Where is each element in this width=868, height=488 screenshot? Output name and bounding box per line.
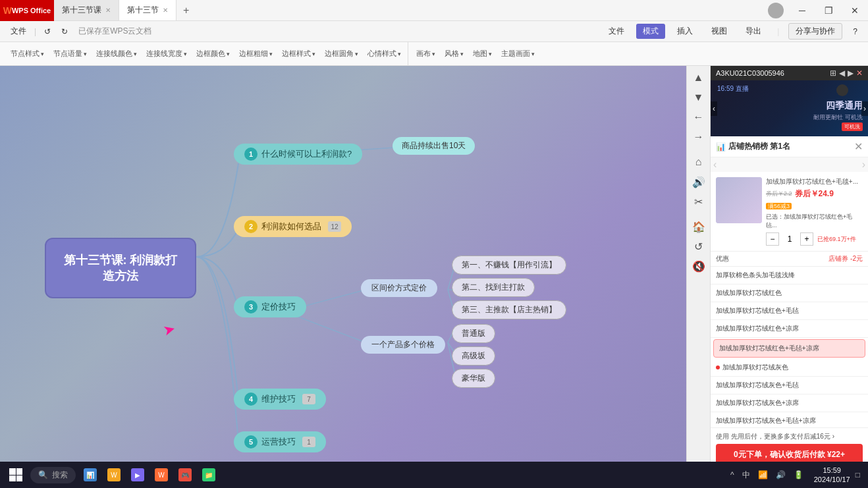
central-node[interactable]: 第十三节课: 利润款打造方法 — [45, 238, 196, 298]
node-3-sub1-child3[interactable]: 第三、主推款【店主热销】 — [452, 300, 566, 319]
toolbar-border-radius[interactable]: 边框圆角 — [321, 47, 362, 60]
tray-battery[interactable]: 🔋 — [791, 470, 806, 479]
toolbar-mood-style[interactable]: 心情样式 — [364, 47, 405, 60]
user-avatar[interactable] — [768, 3, 784, 18]
shop-nav-right[interactable]: › — [862, 159, 865, 171]
toolbar-map[interactable]: 地图 — [469, 47, 496, 60]
node-3-sub1[interactable]: 区间价方式定价 — [361, 279, 437, 297]
node-1-child-1[interactable]: 商品持续出售10天 — [393, 137, 475, 155]
tray-notification[interactable]: □ — [853, 470, 863, 479]
search-bar[interactable]: 🔍 搜索 — [30, 467, 76, 483]
option-6[interactable]: 加绒加厚软灯芯绒灰色+毛毡 — [711, 377, 868, 394]
share-button[interactable]: 分享与协作 — [788, 23, 842, 40]
help-button[interactable]: ? — [848, 24, 863, 39]
option-3[interactable]: 加绒加厚软灯芯绒红色+凉席 — [711, 320, 868, 338]
sidebar-refresh[interactable]: ↺ — [690, 237, 708, 256]
sidebar-shopping[interactable]: 🏠 — [690, 217, 708, 236]
sidebar-scroll-up[interactable]: ▲ — [690, 68, 708, 87]
menu-file[interactable]: 文件 — [5, 23, 32, 40]
shop-close-btn[interactable]: ✕ — [854, 140, 863, 153]
sidebar-volume[interactable]: 🔊 — [690, 173, 708, 191]
menu-export[interactable]: 导出 — [739, 24, 768, 39]
shop-nav-left[interactable]: ‹ — [713, 159, 717, 171]
tab-bar: 第十三节课 ✕ 第十三节 ✕ + — [54, 0, 763, 20]
taskbar-icon-3[interactable]: ▶ — [127, 464, 148, 485]
node-2[interactable]: 2 利润款如何选品 12 — [234, 216, 352, 237]
menu-undo[interactable]: ↺ — [39, 24, 56, 39]
tab-1-close[interactable]: ✕ — [105, 7, 111, 14]
qty-increase[interactable]: + — [800, 232, 813, 246]
sidebar-mute[interactable]: 🔇 — [690, 257, 708, 275]
system-tray: ^ 中 📶 🔊 🔋 15:59 2024/10/17 □ — [728, 466, 863, 485]
sidebar-back[interactable]: ← — [690, 108, 708, 126]
toolbar-node-qty[interactable]: 节点语量 — [49, 47, 91, 60]
tab-2-close[interactable]: ✕ — [163, 7, 168, 14]
node-5-number: 5 — [244, 435, 258, 448]
node-3-sub2-child2[interactable]: 高级坂 — [452, 346, 495, 366]
menu-mode[interactable]: 模式 — [636, 24, 665, 39]
menu-redo[interactable]: ↻ — [56, 24, 73, 39]
taskbar-icon-4[interactable]: W — [151, 464, 172, 485]
start-button[interactable] — [5, 464, 26, 485]
qty-decrease[interactable]: − — [766, 232, 779, 246]
taskbar-icon-1[interactable]: 📊 — [80, 464, 101, 485]
option-8[interactable]: 加绒加厚软灯芯绒灰色+毛毡+凉席 — [711, 412, 868, 427]
minimize-button[interactable]: ─ — [789, 0, 815, 21]
tray-volume[interactable]: 🔊 — [773, 470, 788, 479]
taskbar-icon-5[interactable]: 🎮 — [175, 464, 196, 485]
new-tab-button[interactable]: + — [176, 0, 196, 20]
sidebar-scissors[interactable]: ✂ — [690, 192, 708, 211]
toolbar-node-style[interactable]: 节点样式 — [7, 47, 48, 60]
option-7[interactable]: 加绒加厚软灯芯绒灰色+凉席 — [711, 394, 868, 412]
tray-expand[interactable]: ^ — [728, 470, 737, 479]
node-3-sub1-child2[interactable]: 第二、找到主打款 — [452, 278, 535, 297]
panel-next-btn[interactable]: ▶ — [848, 68, 854, 78]
right-sidebar: ▲ ▼ ← → ⌂ 🔊 ✂ 🏠 ↺ 🔇 — [686, 66, 710, 470]
node-3-sub2-child3[interactable]: 豪华版 — [452, 369, 495, 388]
node-3-sub2[interactable]: 一个产品多个价格 — [361, 336, 445, 354]
node-3[interactable]: 3 定价技巧 — [234, 296, 306, 317]
node-3-sub2-child1[interactable]: 普通版 — [452, 324, 495, 343]
option-5[interactable]: 加绒加厚软灯芯绒灰色 — [711, 359, 868, 377]
toolbar-line-width[interactable]: 连接线宽度 — [142, 47, 191, 60]
tab-2[interactable]: 第十三节 ✕ — [119, 0, 176, 20]
panel-prev-btn[interactable]: ⊞ — [830, 68, 836, 78]
toolbar: 节点样式 节点语量 连接线颜色 连接线宽度 边框颜色 边框粗细 边框样式 边框圆… — [0, 42, 868, 66]
menu-view[interactable]: 视图 — [705, 24, 734, 39]
taskbar-icon-2[interactable]: W — [103, 464, 124, 485]
video-nav-left[interactable]: ‹ — [711, 101, 717, 116]
panel-close-btn[interactable]: ✕ — [856, 68, 863, 78]
node-1[interactable]: 1 什么时候可以上利润款? — [234, 144, 362, 165]
tray-network[interactable]: 📶 — [755, 470, 771, 479]
video-nav-right[interactable]: › — [861, 101, 868, 116]
node-3-sub1-child1[interactable]: 第一、不赚钱【用作引流】 — [452, 256, 566, 275]
panel-video[interactable]: 16:59 直播 四季通用 耐用更耐牡 可机洗 可机洗 ‹ › — [711, 80, 868, 136]
node-4[interactable]: 4 维护技巧 7 — [234, 389, 326, 410]
node-5[interactable]: 5 运营技巧 1 — [234, 431, 326, 452]
menu-insert[interactable]: 插入 — [670, 24, 699, 39]
menu-right-area: 文件 模式 插入 视图 导出 | 分享与协作 ? — [602, 23, 863, 40]
option-0[interactable]: 加厚软棉色条头加毛毯浅绛 — [711, 267, 868, 285]
panel-prev2-btn[interactable]: ◀ — [839, 68, 845, 78]
menu-start[interactable]: 文件 — [602, 24, 631, 39]
toolbar-canvas[interactable]: 画布 — [412, 47, 439, 60]
toolbar-border-color[interactable]: 边框颜色 — [192, 47, 234, 60]
toolbar-theme[interactable]: 主题画面 — [497, 47, 539, 60]
option-4[interactable]: 加绒加厚软灯芯绒红色+毛毡+凉席 — [713, 339, 865, 358]
toolbar-border-style[interactable]: 边框样式 — [278, 47, 319, 60]
restore-button[interactable]: ❐ — [815, 0, 842, 21]
toolbar-border-size[interactable]: 边框粗细 — [235, 47, 277, 60]
taskbar-icon-6[interactable]: 📁 — [198, 464, 219, 485]
tray-keyboard[interactable]: 中 — [740, 470, 753, 481]
toolbar-line-color[interactable]: 连接线颜色 — [92, 47, 141, 60]
option-2[interactable]: 加绒加厚软灯芯绒红色+毛毡 — [711, 302, 868, 320]
sidebar-scroll-down[interactable]: ▼ — [690, 88, 708, 107]
tab-1[interactable]: 第十三节课 ✕ — [54, 0, 119, 20]
app-logo[interactable]: W WPS Office — [0, 0, 54, 21]
close-button[interactable]: ✕ — [842, 0, 868, 21]
sidebar-forward[interactable]: → — [690, 128, 708, 146]
sidebar-home[interactable]: ⌂ — [690, 153, 708, 171]
toolbar-style[interactable]: 风格 — [441, 47, 468, 60]
option-1[interactable]: 加绒加厚软灯芯绒红色 — [711, 285, 868, 302]
qty-value: 1 — [783, 234, 796, 244]
